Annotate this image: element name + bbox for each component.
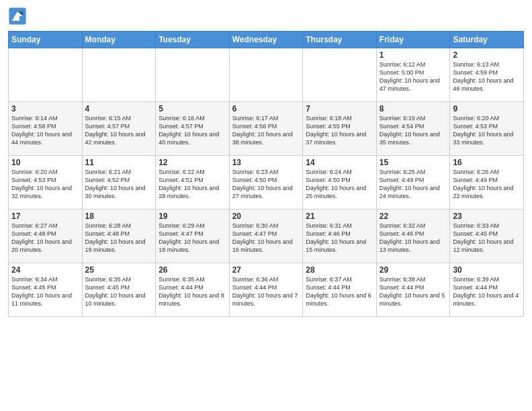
day-number: 20: [232, 212, 300, 221]
day-info: Sunrise: 6:38 AM Sunset: 4:44 PM Dayligh…: [380, 275, 447, 308]
day-info: Sunrise: 6:13 AM Sunset: 4:59 PM Dayligh…: [453, 60, 521, 93]
day-info: Sunrise: 6:39 AM Sunset: 4:44 PM Dayligh…: [453, 275, 521, 308]
calendar-week-1: 3Sunrise: 6:14 AM Sunset: 4:58 PM Daylig…: [9, 102, 524, 156]
day-number: 7: [306, 104, 373, 113]
calendar-cell: 28Sunrise: 6:37 AM Sunset: 4:44 PM Dayli…: [303, 263, 377, 317]
day-info: Sunrise: 6:33 AM Sunset: 4:45 PM Dayligh…: [453, 222, 521, 255]
calendar-cell: 23Sunrise: 6:33 AM Sunset: 4:45 PM Dayli…: [450, 210, 524, 263]
calendar-cell: 13Sunrise: 6:23 AM Sunset: 4:50 PM Dayli…: [229, 156, 303, 210]
calendar-cell: [229, 48, 303, 102]
calendar-cell: 18Sunrise: 6:28 AM Sunset: 4:48 PM Dayli…: [82, 210, 156, 263]
day-number: 17: [11, 212, 79, 221]
day-info: Sunrise: 6:36 AM Sunset: 4:44 PM Dayligh…: [232, 275, 300, 308]
calendar-cell: 3Sunrise: 6:14 AM Sunset: 4:58 PM Daylig…: [9, 102, 83, 156]
day-number: 9: [453, 104, 521, 113]
calendar-cell: 5Sunrise: 6:16 AM Sunset: 4:57 PM Daylig…: [156, 102, 230, 156]
calendar-header-friday: Friday: [376, 32, 450, 48]
day-number: 8: [380, 104, 447, 113]
calendar-cell: 19Sunrise: 6:29 AM Sunset: 4:47 PM Dayli…: [156, 210, 230, 263]
day-number: 22: [380, 212, 447, 221]
day-number: 16: [453, 158, 521, 167]
day-number: 15: [380, 158, 447, 167]
day-number: 21: [306, 212, 373, 221]
day-number: 25: [85, 265, 153, 275]
calendar-cell: 26Sunrise: 6:35 AM Sunset: 4:44 PM Dayli…: [156, 263, 230, 317]
calendar-cell: 24Sunrise: 6:34 AM Sunset: 4:45 PM Dayli…: [9, 263, 83, 317]
day-info: Sunrise: 6:19 AM Sunset: 4:54 PM Dayligh…: [380, 114, 447, 147]
day-number: 1: [380, 50, 447, 60]
day-info: Sunrise: 6:18 AM Sunset: 4:55 PM Dayligh…: [306, 114, 373, 147]
calendar-cell: [156, 48, 230, 102]
day-info: Sunrise: 6:21 AM Sunset: 4:52 PM Dayligh…: [85, 168, 153, 201]
calendar-cell: 10Sunrise: 6:20 AM Sunset: 4:53 PM Dayli…: [9, 156, 83, 210]
day-number: 26: [159, 265, 226, 275]
day-info: Sunrise: 6:31 AM Sunset: 4:46 PM Dayligh…: [306, 222, 373, 255]
day-info: Sunrise: 6:32 AM Sunset: 4:46 PM Dayligh…: [380, 222, 447, 255]
day-number: 19: [159, 212, 226, 221]
day-info: Sunrise: 6:28 AM Sunset: 4:48 PM Dayligh…: [85, 222, 153, 255]
calendar-cell: 22Sunrise: 6:32 AM Sunset: 4:46 PM Dayli…: [376, 210, 450, 263]
calendar-cell: 15Sunrise: 6:25 AM Sunset: 4:49 PM Dayli…: [376, 156, 450, 210]
calendar-cell: 16Sunrise: 6:26 AM Sunset: 4:49 PM Dayli…: [450, 156, 524, 210]
calendar-cell: 1Sunrise: 6:12 AM Sunset: 5:00 PM Daylig…: [376, 48, 450, 102]
calendar-cell: 9Sunrise: 6:20 AM Sunset: 4:53 PM Daylig…: [450, 102, 524, 156]
day-number: 24: [11, 265, 79, 275]
header: [8, 7, 524, 26]
day-info: Sunrise: 6:27 AM Sunset: 4:48 PM Dayligh…: [11, 222, 79, 255]
logo: [8, 7, 30, 26]
day-number: 3: [11, 104, 79, 113]
day-number: 6: [232, 104, 300, 113]
calendar-header-tuesday: Tuesday: [156, 32, 230, 48]
day-number: 4: [85, 104, 153, 113]
calendar-cell: [303, 48, 377, 102]
calendar-cell: [9, 48, 83, 102]
day-info: Sunrise: 6:14 AM Sunset: 4:58 PM Dayligh…: [11, 114, 79, 147]
day-info: Sunrise: 6:23 AM Sunset: 4:50 PM Dayligh…: [232, 168, 300, 201]
day-number: 30: [453, 265, 521, 275]
calendar-header-row: SundayMondayTuesdayWednesdayThursdayFrid…: [9, 32, 524, 48]
day-number: 12: [159, 158, 226, 167]
day-number: 10: [11, 158, 79, 167]
day-number: 28: [306, 265, 373, 275]
day-number: 14: [306, 158, 373, 167]
day-info: Sunrise: 6:12 AM Sunset: 5:00 PM Dayligh…: [380, 60, 447, 93]
day-info: Sunrise: 6:15 AM Sunset: 4:57 PM Dayligh…: [85, 114, 153, 147]
day-info: Sunrise: 6:17 AM Sunset: 4:56 PM Dayligh…: [232, 114, 300, 147]
calendar-week-0: 1Sunrise: 6:12 AM Sunset: 5:00 PM Daylig…: [9, 48, 524, 102]
calendar-cell: 12Sunrise: 6:22 AM Sunset: 4:51 PM Dayli…: [156, 156, 230, 210]
day-info: Sunrise: 6:20 AM Sunset: 4:53 PM Dayligh…: [11, 168, 79, 201]
calendar-cell: 25Sunrise: 6:35 AM Sunset: 4:45 PM Dayli…: [82, 263, 156, 317]
calendar-cell: 21Sunrise: 6:31 AM Sunset: 4:46 PM Dayli…: [303, 210, 377, 263]
calendar-cell: 30Sunrise: 6:39 AM Sunset: 4:44 PM Dayli…: [450, 263, 524, 317]
day-info: Sunrise: 6:20 AM Sunset: 4:53 PM Dayligh…: [453, 114, 521, 147]
calendar-cell: 4Sunrise: 6:15 AM Sunset: 4:57 PM Daylig…: [82, 102, 156, 156]
day-info: Sunrise: 6:29 AM Sunset: 4:47 PM Dayligh…: [159, 222, 226, 255]
calendar-cell: 6Sunrise: 6:17 AM Sunset: 4:56 PM Daylig…: [229, 102, 303, 156]
calendar-week-3: 17Sunrise: 6:27 AM Sunset: 4:48 PM Dayli…: [9, 210, 524, 263]
calendar-week-4: 24Sunrise: 6:34 AM Sunset: 4:45 PM Dayli…: [9, 263, 524, 317]
calendar-table: SundayMondayTuesdayWednesdayThursdayFrid…: [8, 31, 524, 317]
day-info: Sunrise: 6:35 AM Sunset: 4:45 PM Dayligh…: [85, 275, 153, 308]
calendar-cell: [82, 48, 156, 102]
calendar-cell: 7Sunrise: 6:18 AM Sunset: 4:55 PM Daylig…: [303, 102, 377, 156]
calendar-cell: 27Sunrise: 6:36 AM Sunset: 4:44 PM Dayli…: [229, 263, 303, 317]
day-number: 29: [380, 265, 447, 275]
day-info: Sunrise: 6:25 AM Sunset: 4:49 PM Dayligh…: [380, 168, 447, 201]
day-info: Sunrise: 6:24 AM Sunset: 4:50 PM Dayligh…: [306, 168, 373, 201]
day-info: Sunrise: 6:30 AM Sunset: 4:47 PM Dayligh…: [232, 222, 300, 255]
calendar-cell: 20Sunrise: 6:30 AM Sunset: 4:47 PM Dayli…: [229, 210, 303, 263]
day-info: Sunrise: 6:16 AM Sunset: 4:57 PM Dayligh…: [159, 114, 226, 147]
day-number: 5: [159, 104, 226, 113]
calendar-header-thursday: Thursday: [303, 32, 377, 48]
calendar-cell: 14Sunrise: 6:24 AM Sunset: 4:50 PM Dayli…: [303, 156, 377, 210]
day-number: 23: [453, 212, 521, 221]
day-number: 13: [232, 158, 300, 167]
day-info: Sunrise: 6:26 AM Sunset: 4:49 PM Dayligh…: [453, 168, 521, 201]
day-number: 27: [232, 265, 300, 275]
calendar-header-sunday: Sunday: [9, 32, 83, 48]
day-number: 18: [85, 212, 153, 221]
calendar-week-2: 10Sunrise: 6:20 AM Sunset: 4:53 PM Dayli…: [9, 156, 524, 210]
calendar-header-saturday: Saturday: [450, 32, 524, 48]
calendar-cell: 8Sunrise: 6:19 AM Sunset: 4:54 PM Daylig…: [376, 102, 450, 156]
day-info: Sunrise: 6:35 AM Sunset: 4:44 PM Dayligh…: [159, 275, 226, 308]
